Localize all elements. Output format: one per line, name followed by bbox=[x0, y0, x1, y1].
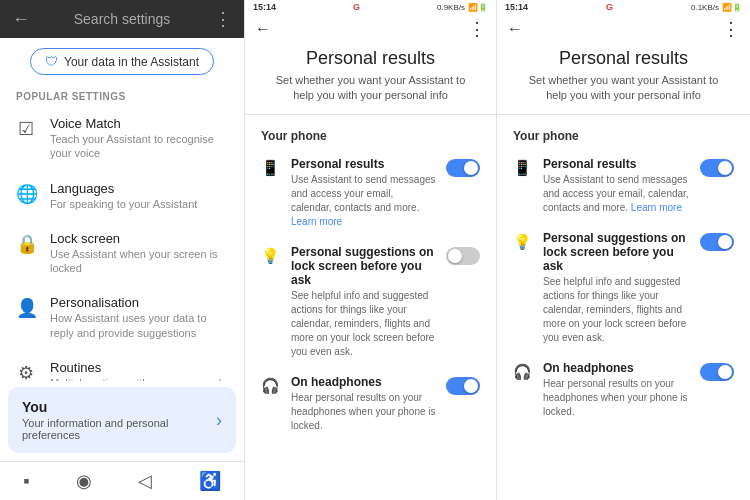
right-item-headphones: 🎧 On headphones Hear personal results on… bbox=[497, 353, 750, 427]
nav-square-icon[interactable]: ▪ bbox=[23, 471, 29, 492]
chevron-right-icon: › bbox=[216, 410, 222, 431]
routines-icon: ⚙ bbox=[16, 362, 36, 381]
voice-match-icon: ☑ bbox=[16, 118, 36, 140]
mid-personal-results-title: Personal results bbox=[291, 157, 436, 171]
right-lock-suggestions-icon: 💡 bbox=[513, 233, 533, 251]
search-input[interactable]: Search settings bbox=[40, 11, 204, 27]
mid-learn-more-link[interactable]: Learn more bbox=[291, 216, 342, 227]
mid-item-lock-screen: 💡 Personal suggestions on lock screen be… bbox=[245, 237, 496, 367]
right-subtitle: Set whether you want your Assistant to h… bbox=[497, 73, 750, 114]
mid-personal-results-toggle[interactable] bbox=[446, 159, 480, 177]
right-personal-results-title: Personal results bbox=[543, 157, 690, 171]
mid-headphones-toggle-switch[interactable] bbox=[446, 377, 480, 395]
right-headphones-title: On headphones bbox=[543, 361, 690, 375]
you-section[interactable]: You Your information and personal prefer… bbox=[8, 387, 236, 453]
settings-item-languages[interactable]: 🌐 Languages For speaking to your Assista… bbox=[0, 171, 244, 221]
lock-screen-title: Lock screen bbox=[50, 231, 228, 246]
mid-headphones-toggle[interactable] bbox=[446, 377, 480, 395]
mid-toolbar: ← ⋮ bbox=[245, 14, 496, 44]
mid-headphones-desc: Hear personal results on your headphones… bbox=[291, 391, 436, 433]
mid-status-indicator: G bbox=[353, 2, 360, 12]
right-status-right: 0.1KB/s 📶🔋 bbox=[691, 3, 742, 12]
right-headphones-desc: Hear personal results on your headphones… bbox=[543, 377, 690, 419]
right-panel: 15:14 G 0.1KB/s 📶🔋 ← ⋮ Personal results … bbox=[497, 0, 750, 500]
right-toolbar: ← ⋮ bbox=[497, 14, 750, 44]
mid-headphones-icon: 🎧 bbox=[261, 377, 281, 395]
right-item-personal-results: 📱 Personal results Use Assistant to send… bbox=[497, 149, 750, 223]
right-lock-suggestions-toggle-switch[interactable] bbox=[700, 233, 734, 251]
mid-headphones-title: On headphones bbox=[291, 375, 436, 389]
mid-divider bbox=[245, 114, 496, 115]
settings-list: ☑ Voice Match Teach your Assistant to re… bbox=[0, 106, 244, 381]
right-status-bar: 15:14 G 0.1KB/s 📶🔋 bbox=[497, 0, 750, 14]
you-subtitle: Your information and personal preference… bbox=[22, 417, 208, 441]
personalisation-title: Personalisation bbox=[50, 295, 228, 310]
right-headphones-icon: 🎧 bbox=[513, 363, 533, 381]
you-title: You bbox=[22, 399, 208, 415]
settings-item-routines[interactable]: ⚙ Routines Multiple actions with one com… bbox=[0, 350, 244, 381]
mid-lock-suggestions-desc: See helpful info and suggested actions f… bbox=[291, 289, 436, 359]
right-personal-results-toggle-switch[interactable] bbox=[700, 159, 734, 177]
popular-settings-label: POPULAR SETTINGS bbox=[0, 85, 244, 106]
settings-item-personalisation[interactable]: 👤 Personalisation How Assistant uses you… bbox=[0, 285, 244, 350]
mid-lock-suggestions-icon: 💡 bbox=[261, 247, 281, 265]
your-data-label: Your data in the Assistant bbox=[64, 55, 199, 69]
right-personal-results-icon: 📱 bbox=[513, 159, 533, 177]
mid-status-bar: 15:14 G 0.9KB/s 📶🔋 bbox=[245, 0, 496, 14]
languages-icon: 🌐 bbox=[16, 183, 36, 205]
right-headphones-toggle[interactable] bbox=[700, 363, 734, 381]
routines-title: Routines bbox=[50, 360, 221, 375]
right-lock-suggestions-toggle[interactable] bbox=[700, 233, 734, 251]
right-item-lock-screen: 💡 Personal suggestions on lock screen be… bbox=[497, 223, 750, 353]
mid-more-icon[interactable]: ⋮ bbox=[468, 18, 486, 40]
settings-item-lock-screen[interactable]: 🔒 Lock screen Use Assistant when your sc… bbox=[0, 221, 244, 286]
lock-screen-icon: 🔒 bbox=[16, 233, 36, 255]
mid-status-right: 0.9KB/s 📶🔋 bbox=[437, 3, 488, 12]
mid-personal-results-toggle-switch[interactable] bbox=[446, 159, 480, 177]
left-panel: ← Search settings ⋮ 🛡 Your data in the A… bbox=[0, 0, 245, 500]
personalisation-subtitle: How Assistant uses your data to reply an… bbox=[50, 311, 228, 340]
mid-status-data: 0.9KB/s bbox=[437, 3, 465, 12]
mid-signal-icons: 📶🔋 bbox=[468, 3, 488, 12]
right-divider bbox=[497, 114, 750, 115]
mid-title: Personal results bbox=[245, 44, 496, 73]
right-back-icon[interactable]: ← bbox=[507, 20, 523, 38]
mid-personal-results-icon: 📱 bbox=[261, 159, 281, 177]
routines-subtitle: Multiple actions with one command bbox=[50, 376, 221, 381]
right-headphones-toggle-switch[interactable] bbox=[700, 363, 734, 381]
your-data-button[interactable]: 🛡 Your data in the Assistant bbox=[30, 48, 214, 75]
nav-back-icon[interactable]: ◁ bbox=[138, 470, 152, 492]
right-signal-icons: 📶🔋 bbox=[722, 3, 742, 12]
languages-title: Languages bbox=[50, 181, 197, 196]
right-personal-results-toggle[interactable] bbox=[700, 159, 734, 177]
mid-lock-suggestions-toggle[interactable] bbox=[446, 247, 480, 265]
search-bar: ← Search settings ⋮ bbox=[0, 0, 244, 38]
right-status-time: 15:14 bbox=[505, 2, 528, 12]
mid-lock-suggestions-title: Personal suggestions on lock screen befo… bbox=[291, 245, 436, 287]
right-section-heading: Your phone bbox=[497, 123, 750, 149]
mid-back-icon[interactable]: ← bbox=[255, 20, 271, 38]
right-more-icon[interactable]: ⋮ bbox=[722, 18, 740, 40]
mid-item-personal-results: 📱 Personal results Use Assistant to send… bbox=[245, 149, 496, 237]
mid-subtitle: Set whether you want your Assistant to h… bbox=[245, 73, 496, 114]
voice-match-title: Voice Match bbox=[50, 116, 228, 131]
right-status-indicator: G bbox=[606, 2, 613, 12]
mid-item-headphones: 🎧 On headphones Hear personal results on… bbox=[245, 367, 496, 441]
right-lock-suggestions-title: Personal suggestions on lock screen befo… bbox=[543, 231, 690, 273]
more-options-icon[interactable]: ⋮ bbox=[214, 8, 232, 30]
settings-item-voice-match[interactable]: ☑ Voice Match Teach your Assistant to re… bbox=[0, 106, 244, 171]
bottom-nav: ▪ ◉ ◁ ♿ bbox=[0, 461, 244, 500]
right-title: Personal results bbox=[497, 44, 750, 73]
mid-lock-suggestions-toggle-switch[interactable] bbox=[446, 247, 480, 265]
mid-personal-results-desc: Use Assistant to send messages and acces… bbox=[291, 173, 436, 229]
lock-screen-subtitle: Use Assistant when your screen is locked bbox=[50, 247, 228, 276]
nav-home-icon[interactable]: ◉ bbox=[76, 470, 92, 492]
right-personal-results-desc: Use Assistant to send messages and acces… bbox=[543, 173, 690, 215]
languages-subtitle: For speaking to your Assistant bbox=[50, 197, 197, 211]
nav-assistant-icon[interactable]: ♿ bbox=[199, 470, 221, 492]
shield-icon: 🛡 bbox=[45, 54, 58, 69]
back-arrow-icon[interactable]: ← bbox=[12, 9, 30, 30]
mid-section-heading: Your phone bbox=[245, 123, 496, 149]
mid-status-time: 15:14 bbox=[253, 2, 276, 12]
right-learn-more-link[interactable]: Learn more bbox=[631, 202, 682, 213]
